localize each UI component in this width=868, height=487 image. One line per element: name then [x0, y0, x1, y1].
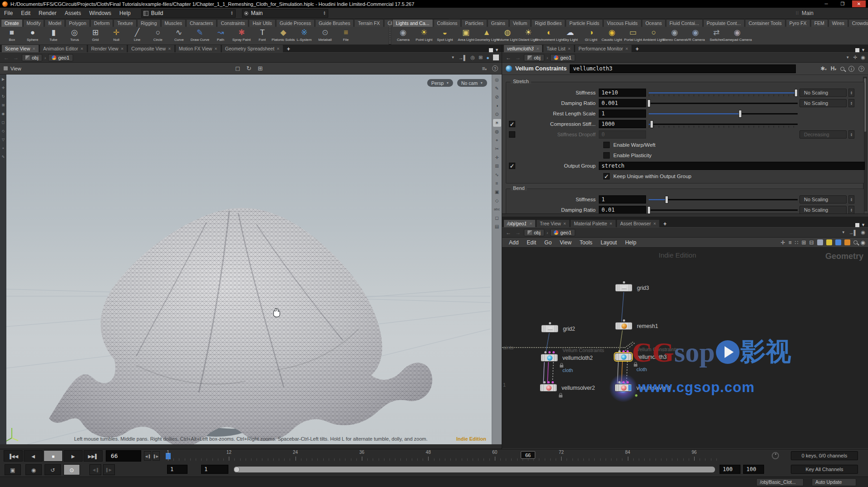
pane-menu-icon[interactable]: ▼ — [495, 48, 499, 52]
display-option-icon[interactable]: ◍ — [493, 128, 501, 135]
checkbox-keep-unique-within-output-group[interactable]: ✓ — [603, 173, 610, 179]
param-field-compression-stiff[interactable]: 1000 — [599, 120, 646, 128]
houdini-help-icon[interactable]: H▾ — [831, 65, 836, 72]
shelf-tab-muscles[interactable]: Muscles — [161, 19, 186, 27]
step-forward-button[interactable]: ▌▶ — [153, 451, 160, 461]
shelf-tab-terrain-fx[interactable]: Terrain FX — [354, 19, 383, 27]
target-icon[interactable]: ◉ — [861, 55, 865, 60]
shelf-tab-guide-brushes[interactable]: Guide Brushes — [315, 19, 354, 27]
playback-range-slider[interactable] — [234, 467, 715, 472]
key-all-channels-button[interactable]: Key All Channels — [791, 465, 858, 474]
display-option-icon[interactable]: ⊘ — [493, 93, 501, 101]
path-dropdown-icon[interactable]: ▼ — [842, 230, 845, 234]
view-tab-label[interactable]: View — [10, 66, 21, 71]
network-menu-tools[interactable]: Tools — [576, 238, 597, 248]
close-button[interactable]: ✕ — [852, 0, 866, 7]
link-dot-icon[interactable]: ● — [486, 55, 489, 60]
overview-icon[interactable]: ◉ — [861, 239, 865, 246]
viewport-tool-icon[interactable]: ✎ — [1, 155, 5, 159]
shelf-tab-container-tools[interactable]: Container Tools — [745, 19, 785, 27]
timeline-ruler[interactable]: 1122436486072849666 — [164, 449, 736, 463]
checkbox-enable-warp-weft[interactable] — [603, 142, 610, 148]
menu-assets[interactable]: Assets — [60, 8, 85, 19]
forward-icon[interactable]: → — [12, 55, 20, 61]
range-handle[interactable] — [234, 467, 240, 472]
shelf-tab-rigid-bodies[interactable]: Rigid Bodies — [531, 19, 565, 27]
select-mode-icon[interactable]: ◻ — [235, 65, 240, 72]
shelf-tool-geometry-light[interactable]: ▲Geometry Light — [476, 27, 497, 44]
shelf-tab-guide-process[interactable]: Guide Process — [276, 19, 315, 27]
network-menu-edit[interactable]: Edit — [523, 238, 540, 248]
breadcrumb-obj[interactable]: obj — [524, 54, 544, 61]
display-option-icon[interactable]: ◎ — [493, 76, 501, 84]
tab-tree-view[interactable]: Tree View✕ — [536, 219, 570, 227]
color-icon[interactable] — [835, 239, 841, 245]
shelf-tab-characters[interactable]: Characters — [186, 19, 217, 27]
shelf-tab-constraints[interactable]: Constraints — [217, 19, 248, 27]
shelf-tab-lights-and-ca[interactable]: Lights and Ca... — [392, 19, 433, 27]
grid-toggle-icon[interactable]: ⊞ — [258, 65, 263, 72]
gear-icon[interactable]: ✱▾ — [820, 65, 827, 72]
close-icon[interactable]: ✕ — [568, 47, 571, 51]
realtime-toggle-button[interactable]: ⊙ — [64, 464, 80, 475]
viewport-3d[interactable]: ▶✛↻⊞◉◻◇▽⌖✎ ◎✎⊘◑⊙☀◍⌖✂✛⊞∿≡▣◇abc◻▤ Persp▼ N… — [0, 75, 502, 444]
node-vellumcloth3[interactable] — [615, 353, 632, 361]
param-slider-damping-ratio[interactable] — [649, 209, 798, 211]
pane-maximize-icon[interactable] — [489, 48, 493, 52]
shelf-tool-stereo-camera[interactable]: ◉Stereo Camera — [664, 27, 685, 44]
slider-handle[interactable] — [647, 206, 651, 214]
param-field-damping-ratio[interactable]: 0.001 — [599, 99, 646, 107]
camera-selector[interactable]: No cam▼ — [457, 79, 487, 87]
menu-edit[interactable]: Edit — [17, 8, 35, 19]
checkbox-enable-plasticity[interactable] — [603, 152, 610, 159]
node-remesh1[interactable] — [615, 322, 632, 330]
pane-maximize-icon[interactable] — [855, 48, 859, 52]
shelf-tool-gi-light[interactable]: ◑GI Light — [581, 27, 602, 44]
shelf-tab-polygon[interactable]: Polygon — [65, 19, 90, 27]
display-option-icon[interactable]: ⌖ — [493, 136, 501, 144]
auto-update-selector[interactable]: Auto Update — [812, 478, 856, 486]
param-slider-damping-ratio[interactable] — [649, 103, 798, 104]
follow-icon[interactable]: ◎ — [471, 55, 475, 60]
forward-icon[interactable]: → — [514, 55, 522, 61]
shelf-tool-tube[interactable]: ▮Tube — [43, 27, 64, 44]
scaling-dropdown[interactable]: No Scaling — [799, 89, 847, 97]
close-icon[interactable]: ✕ — [653, 222, 656, 226]
close-icon[interactable]: ✕ — [609, 222, 612, 226]
refresh-icon[interactable]: ↻ — [247, 65, 252, 72]
scaling-dropdown[interactable]: Decreasing — [799, 130, 847, 139]
menu-render[interactable]: Render — [35, 8, 60, 19]
viewport-tool-icon[interactable]: ↻ — [1, 94, 5, 99]
step-back-button[interactable]: ◀▐ — [144, 451, 151, 461]
scaling-dropdown[interactable]: No Scaling — [799, 99, 847, 107]
pin-icon[interactable]: ✛ — [853, 55, 857, 60]
param-slider-stiffness[interactable] — [649, 92, 798, 94]
tab-take-list[interactable]: Take List✕ — [543, 45, 574, 52]
list-icon[interactable]: ∷ — [795, 239, 799, 246]
display-option-icon[interactable]: ≡ — [493, 179, 501, 187]
menu-help[interactable]: Help — [115, 8, 135, 19]
display-option-icon[interactable]: ☀ — [493, 119, 501, 127]
forward-icon[interactable]: → — [514, 229, 522, 236]
shelf-tool-sky-light[interactable]: ☁Sky Light — [560, 27, 581, 44]
shelf-tab-vellum[interactable]: Vellum — [509, 19, 531, 27]
pane-square-icon[interactable] — [493, 55, 499, 60]
close-icon[interactable]: ✕ — [214, 47, 217, 51]
shelf-tool-line[interactable]: ╱Line — [127, 27, 148, 44]
viewport-tool-icon[interactable]: ▽ — [1, 138, 5, 142]
node-vellumsolver2[interactable] — [540, 384, 557, 392]
menu-file[interactable]: File — [0, 8, 17, 19]
display-option-icon[interactable]: ✎ — [493, 84, 501, 92]
maximize-button[interactable]: ❒ — [836, 0, 849, 7]
pane-menu-icon[interactable]: ▼ — [861, 223, 865, 227]
tab-composite-view[interactable]: Composite View✕ — [128, 45, 174, 52]
viewport-tool-icon[interactable]: ◻ — [1, 120, 5, 125]
pane-controls[interactable]: ▼ — [855, 48, 868, 52]
pane-controls[interactable]: ▼ — [855, 223, 868, 227]
shelf-tool-path[interactable]: ↝Path — [210, 27, 231, 44]
tab-geometry-spreadsheet[interactable]: Geometry Spreadsheet✕ — [222, 45, 283, 52]
shelf-tool-portal-light[interactable]: ▭Portal Light — [622, 27, 643, 44]
current-frame-marker[interactable]: 66 — [521, 451, 535, 459]
notes-icon[interactable] — [826, 239, 832, 245]
path-dropdown-icon[interactable]: ▼ — [451, 55, 455, 60]
